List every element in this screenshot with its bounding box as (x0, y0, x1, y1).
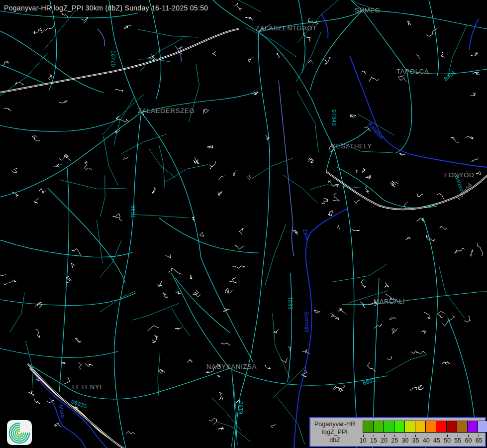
city-label-nagykanizsa: NAGYKANIZSA (206, 363, 257, 370)
legend-swatch (363, 421, 374, 433)
tick-label: 60 (463, 437, 474, 444)
legend-scale: 10 15 20 25 30 35 40 45 50 55 60 65 70 (359, 418, 485, 446)
road-label-7536: 7536 (130, 205, 136, 218)
tick-label: 30 (400, 437, 410, 444)
legend-swatch (404, 421, 415, 433)
tick-label: 70 (484, 437, 487, 444)
city-label-marcali: MARCALI (374, 298, 405, 305)
legend-swatch (425, 421, 436, 433)
tick-label: 20 (379, 437, 389, 444)
tick-label: 35 (410, 437, 421, 444)
tick-label: 25 (390, 437, 400, 444)
tick-label: 55 (453, 437, 463, 444)
city-label-sumeg: SÜMEG (355, 6, 381, 14)
tick-label: 50 (442, 437, 453, 444)
precipitation-echo (227, 226, 241, 238)
tick-label: 40 (421, 437, 431, 444)
legend-product-info: Poganyvar-HR logZ_PPI dbZ (310, 418, 359, 446)
color-scale-legend: Poganyvar-HR logZ_PPI dbZ (309, 417, 486, 447)
legend-swatch (446, 421, 457, 433)
legend-swatch (467, 421, 478, 433)
legend-swatch (415, 421, 426, 433)
road-label-07420: 07420 (110, 50, 116, 67)
city-label-zalaszentgrot: ZALASZENTGRÓT (256, 24, 317, 32)
legend-swatches (363, 421, 487, 433)
legend-radar-name: Poganyvar-HR (314, 420, 355, 428)
radar-title: Poganyvar-HR logZ_PPI 30km (dbZ) Sunday … (4, 4, 208, 12)
legend-swatch (436, 421, 447, 433)
road-network (0, 0, 487, 448)
city-label-keszthely: KESZTHELY (331, 142, 372, 150)
legend-product-name: logZ_PPI (322, 428, 347, 436)
legend-swatch (394, 421, 405, 433)
tick-label: 10 (358, 437, 368, 444)
road-label-6190: 6190 (238, 401, 244, 414)
tick-label: 15 (368, 437, 379, 444)
met-spiral-icon (7, 420, 32, 445)
radar-screen: Poganyvar-HR logZ_PPI 30km (dbZ) Sunday … (0, 0, 487, 448)
legend-unit: dbZ (329, 436, 340, 444)
road-label-07343: 07343 (331, 110, 337, 126)
city-label-tapolca: TAPOLCA (396, 68, 429, 75)
map-graphics (0, 0, 487, 448)
met-logo (7, 420, 32, 445)
legend-swatch (457, 421, 468, 433)
legend-swatch (373, 421, 384, 433)
city-label-letenye: LETENYE (72, 383, 104, 391)
tick-label: 65 (474, 437, 484, 444)
city-label-zalaegerszeg: ZALAEGERSZEG (138, 107, 195, 114)
settlement-outlines (0, 0, 483, 448)
tick-label: 45 (431, 437, 442, 444)
legend-swatch (384, 421, 394, 433)
legend-tick-labels: 10 15 20 25 30 35 40 45 50 55 60 65 70 (358, 437, 487, 444)
legend-swatch (478, 421, 487, 433)
road-label-5831: 5831 (288, 297, 293, 310)
